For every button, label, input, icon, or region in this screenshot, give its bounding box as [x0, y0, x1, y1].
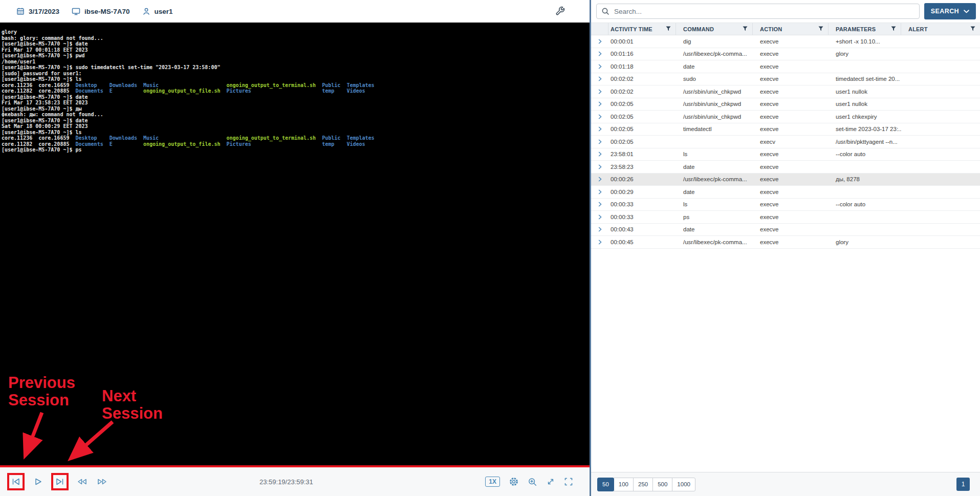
table-row[interactable]: 00:00:33lsexecve--color auto: [591, 199, 980, 211]
expand-chevron-icon[interactable]: [591, 89, 608, 94]
expand-chevron-icon[interactable]: [591, 51, 608, 56]
expand-chevron-icon[interactable]: [591, 202, 608, 207]
playback-time: 23:59:19/23:59:31: [259, 467, 313, 496]
cell-action: execve: [753, 51, 829, 57]
filter-funnel-icon[interactable]: [818, 26, 823, 32]
expand-chevron-icon[interactable]: [591, 214, 608, 220]
cell-time: 00:00:45: [608, 239, 676, 245]
header-cell-params[interactable]: PARAMETERS: [829, 23, 901, 35]
cell-command: ps: [676, 214, 753, 220]
cell-params: set-time 2023-03-17 23:...: [829, 126, 901, 132]
table-row[interactable]: 00:00:33psexecve: [591, 211, 980, 224]
table-header: ACTIVITY TIMECOMMANDACTIONPARAMETERSALER…: [591, 23, 980, 35]
table-row[interactable]: 23:58:23dateexecve: [591, 161, 980, 174]
header-label: ACTIVITY TIME: [611, 26, 652, 32]
cell-time: 00:00:01: [608, 38, 676, 45]
user-icon: [142, 7, 150, 15]
header-cell-expand: [591, 23, 608, 35]
expand-chevron-icon[interactable]: [591, 227, 608, 232]
session-user-item: user1: [142, 7, 173, 15]
player-right-controls: 1X: [485, 467, 573, 496]
cell-action: execv: [753, 139, 829, 145]
cell-action: execve: [753, 63, 829, 70]
cell-command: sudo: [676, 76, 753, 82]
cell-time: 00:00:29: [608, 189, 676, 195]
app-root: 3/17/2023 ibse-MS-7A70: [0, 0, 980, 496]
table-row[interactable]: 00:02:05timedatectlexecveset-time 2023-0…: [591, 123, 980, 136]
expand-chevron-icon[interactable]: [591, 114, 608, 119]
table-row[interactable]: 00:02:05/usr/sbin/unix_chkpwdexecveuser1…: [591, 111, 980, 123]
filter-funnel-icon[interactable]: [666, 26, 671, 32]
cell-command: /usr/sbin/unix_chkpwd: [676, 89, 753, 95]
table-row[interactable]: 00:02:05/usr/sbin/unix_chkpwdexecveuser1…: [591, 98, 980, 111]
expand-chevron-icon[interactable]: [591, 177, 608, 182]
header-cell-time[interactable]: ACTIVITY TIME: [608, 23, 676, 35]
header-label: ACTION: [760, 26, 782, 32]
expand-chevron-icon[interactable]: [591, 189, 608, 195]
playback-speed-button[interactable]: 1X: [485, 477, 500, 487]
fullscreen-button[interactable]: [564, 477, 573, 486]
header-cell-action[interactable]: ACTION: [753, 23, 829, 35]
search-input[interactable]: [596, 4, 920, 19]
cell-command: date: [676, 189, 753, 195]
cell-command: ls: [676, 151, 753, 157]
page-size-button-250[interactable]: 250: [633, 478, 653, 491]
cell-time: 00:02:02: [608, 89, 676, 95]
resize-diagonal-button[interactable]: [546, 477, 555, 486]
table-body: 00:00:01digexecve+short -x 10.10...00:01…: [591, 35, 980, 249]
page-number-badge[interactable]: 1: [956, 478, 970, 491]
expand-chevron-icon[interactable]: [591, 101, 608, 106]
rewind-button[interactable]: [75, 475, 89, 488]
cell-params: --color auto: [829, 151, 901, 157]
table-row[interactable]: 00:02:02sudoexecvetimedatectl set-time 2…: [591, 73, 980, 86]
search-icon: [601, 7, 609, 17]
page-size-button-50[interactable]: 50: [597, 478, 614, 491]
table-row[interactable]: 00:01:16/usr/libexec/pk-comma...execvegl…: [591, 48, 980, 61]
cell-action: execve: [753, 114, 829, 120]
table-row[interactable]: 00:01:18dateexecve: [591, 60, 980, 73]
page-size-button-100[interactable]: 100: [614, 478, 634, 491]
header-cell-command[interactable]: COMMAND: [676, 23, 753, 35]
expand-chevron-icon[interactable]: [591, 39, 608, 44]
table-row[interactable]: 23:58:01lsexecve--color auto: [591, 148, 980, 161]
cell-params: user1 chkexpiry: [829, 114, 901, 120]
table-row[interactable]: 00:00:45/usr/libexec/pk-comma...execvegl…: [591, 236, 980, 249]
table-row[interactable]: 00:00:29dateexecve: [591, 186, 980, 199]
cell-command: /usr/sbin/unix_chkpwd: [676, 101, 753, 107]
expand-chevron-icon[interactable]: [591, 126, 608, 132]
zoom-in-button[interactable]: [528, 477, 537, 487]
filter-funnel-icon[interactable]: [970, 26, 975, 32]
search-button[interactable]: SEARCH: [924, 3, 976, 19]
next-session-button[interactable]: [53, 475, 67, 488]
expand-chevron-icon[interactable]: [591, 64, 608, 69]
cell-action: execve: [753, 164, 829, 170]
filter-funnel-icon[interactable]: [743, 26, 748, 32]
expand-chevron-icon[interactable]: [591, 164, 608, 169]
player-settings-gear-button[interactable]: [509, 477, 519, 487]
expand-chevron-icon[interactable]: [591, 152, 608, 157]
calendar-icon: [16, 7, 25, 15]
play-button[interactable]: [31, 475, 45, 488]
table-row[interactable]: 00:00:26/usr/libexec/pk-comma...execveды…: [591, 174, 980, 186]
cell-action: execve: [753, 38, 829, 45]
page-size-button-1000[interactable]: 1000: [672, 478, 695, 491]
fast-forward-button[interactable]: [95, 475, 108, 488]
table-row[interactable]: 00:00:01digexecve+short -x 10.10...: [591, 35, 980, 48]
expand-chevron-icon[interactable]: [591, 76, 608, 81]
expand-chevron-icon[interactable]: [591, 240, 608, 245]
header-label: PARAMETERS: [836, 26, 876, 32]
page-size-button-500[interactable]: 500: [652, 478, 672, 491]
header-label: ALERT: [908, 26, 928, 32]
table-row[interactable]: 00:02:02/usr/sbin/unix_chkpwdexecveuser1…: [591, 85, 980, 98]
expand-chevron-icon[interactable]: [591, 139, 608, 144]
previous-session-button[interactable]: [9, 475, 23, 488]
page-size-group: 501002505001000: [597, 478, 695, 491]
filter-funnel-icon[interactable]: [891, 26, 896, 32]
table-row[interactable]: 00:02:05execv/usr/bin/pkttyagent --n...: [591, 136, 980, 148]
settings-wrench-icon[interactable]: [555, 6, 565, 18]
header-cell-alert[interactable]: ALERT: [901, 23, 980, 35]
annotation-box-previous: [7, 473, 25, 490]
table-row[interactable]: 00:00:43dateexecve: [591, 224, 980, 236]
cell-action: execve: [753, 214, 829, 220]
cell-time: 00:00:26: [608, 176, 676, 182]
